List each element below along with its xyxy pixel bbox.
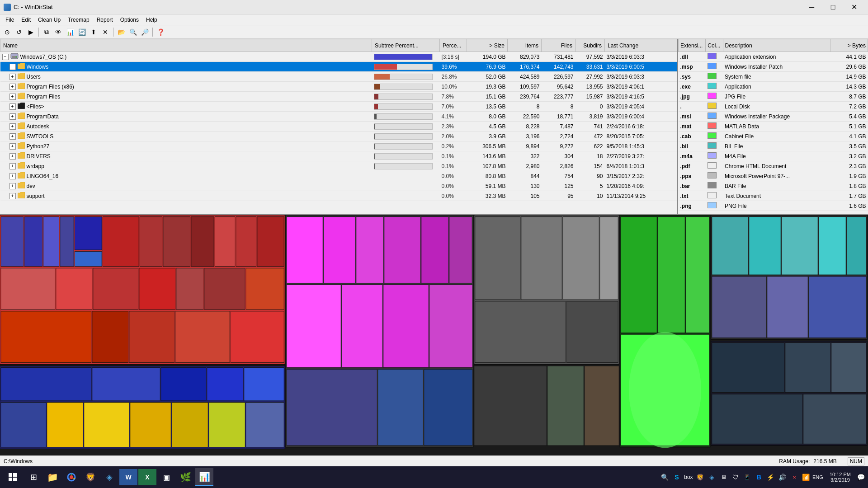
- minimize-button[interactable]: ─: [802, 0, 822, 14]
- ext-table-row[interactable]: .pdfChrome HTML Document2.3 GB: [679, 161, 868, 171]
- file-tree-row[interactable]: +support0.0%32.3 MB105951011/13/2014 9:2…: [0, 191, 677, 201]
- tray-edge2[interactable]: ◈: [707, 472, 717, 483]
- expand-button[interactable]: +: [9, 153, 16, 160]
- expand-button[interactable]: −: [2, 54, 9, 60]
- ext-table-row[interactable]: .bilBIL File3.5 GB: [679, 141, 868, 151]
- maximize-button[interactable]: □: [823, 0, 843, 14]
- expand-button[interactable]: +: [9, 143, 16, 150]
- file-tree-scroll[interactable]: Name Subtree Percent... Perce... > Size …: [0, 39, 677, 214]
- file-tree-row[interactable]: +Autodesk2.3%4.5 GB8,2287,4877412/24/201…: [0, 122, 677, 131]
- ext-table-row[interactable]: .dllApplication extension44.1 GB: [679, 52, 868, 62]
- expand-button[interactable]: +: [9, 84, 16, 90]
- ext-table-row[interactable]: .barBAR File1.8 GB: [679, 181, 868, 191]
- toolbar-select[interactable]: ↺: [14, 27, 24, 38]
- treemap-pane[interactable]: [0, 215, 868, 455]
- taskbar-excel[interactable]: X: [138, 469, 156, 485]
- toolbar-drive[interactable]: ⊙: [2, 27, 13, 38]
- taskbar-clock[interactable]: 10:12 PM 3/2/2019: [826, 472, 854, 483]
- menu-report[interactable]: Report: [93, 14, 117, 25]
- expand-button[interactable]: +: [9, 113, 16, 120]
- toolbar-chart[interactable]: 📊: [65, 27, 75, 38]
- col-lastchange[interactable]: Last Change: [605, 39, 677, 52]
- file-tree-row[interactable]: −Windows39.6%76.9 GB176,374142,74333,631…: [0, 62, 677, 72]
- taskbar-chrome[interactable]: [62, 468, 80, 486]
- ext-table-row[interactable]: .txtText Document1.7 GB: [679, 191, 868, 201]
- tray-wifi[interactable]: 📶: [801, 472, 811, 483]
- toolbar-zoom-out[interactable]: 🔎: [139, 27, 150, 38]
- taskbar-brave[interactable]: 🦁: [81, 468, 99, 486]
- tray-search[interactable]: 🔍: [660, 472, 670, 483]
- taskbar-cmd[interactable]: ▣: [157, 468, 175, 486]
- start-button[interactable]: [2, 466, 24, 488]
- toolbar-help[interactable]: ❓: [155, 27, 166, 38]
- expand-button[interactable]: −: [9, 64, 16, 70]
- toolbar-refresh[interactable]: 🔄: [76, 27, 87, 38]
- notification-button[interactable]: 💬: [855, 472, 866, 483]
- ext-table-row[interactable]: .msiWindows Installer Package5.4 GB: [679, 112, 868, 122]
- col-pct[interactable]: Perce...: [440, 39, 467, 52]
- tray-mobile[interactable]: 📱: [742, 472, 753, 483]
- ext-table-row[interactable]: .Local Disk7.2 GB: [679, 102, 868, 112]
- toolbar-copy[interactable]: ⧉: [41, 27, 52, 38]
- ext-table-row[interactable]: .mspWindows Installer Patch29.6 GB: [679, 62, 868, 72]
- col-subtree[interactable]: Subtree Percent...: [372, 39, 440, 52]
- ext-table-row[interactable]: .ppsMicrosoft PowerPoint 97-...1.9 GB: [679, 171, 868, 181]
- file-tree-row[interactable]: −Windows7_OS (C:)[3:18 s]194.0 GB829,073…: [0, 52, 677, 62]
- file-tree-row[interactable]: +dev0.0%59.1 MB13012551/20/2016 4:09:: [0, 181, 677, 191]
- file-tree-row[interactable]: +<Files>7.0%13.5 GB8803/3/2019 4:05:4: [0, 102, 677, 112]
- col-name[interactable]: Name: [0, 39, 372, 52]
- tray-skype[interactable]: S: [671, 472, 682, 483]
- menu-help[interactable]: Help: [142, 14, 161, 25]
- toolbar-open-folder[interactable]: 📂: [116, 27, 127, 38]
- expand-button[interactable]: +: [9, 183, 16, 189]
- col-size[interactable]: > Size: [467, 39, 508, 52]
- file-tree-row[interactable]: +ProgramData4.1%8.0 GB22,59018,7713,8193…: [0, 112, 677, 122]
- file-tree-row[interactable]: +Program Files7.8%15.1 GB239,764223,7771…: [0, 92, 677, 102]
- expand-button[interactable]: +: [9, 74, 16, 80]
- tray-network-mgr[interactable]: 🖥: [718, 472, 729, 483]
- menu-options[interactable]: Options: [117, 14, 142, 25]
- col-ext[interactable]: Extensi...: [679, 39, 706, 52]
- col-files[interactable]: Files: [542, 39, 576, 52]
- expand-button[interactable]: +: [9, 133, 16, 140]
- tray-shield[interactable]: 🛡: [730, 472, 741, 483]
- ext-table-row[interactable]: .m4aM4A File3.2 GB: [679, 151, 868, 161]
- file-tree-row[interactable]: +SWTOOLS2.0%3.9 GB3,1962,7244728/20/2015…: [0, 131, 677, 141]
- menu-edit[interactable]: Edit: [18, 14, 34, 25]
- ext-table-row[interactable]: .cabCabinet File4.1 GB: [679, 131, 868, 141]
- ext-table-row[interactable]: .jpgJPG File8.7 GB: [679, 92, 868, 102]
- toolbar-play[interactable]: ▶: [25, 27, 36, 38]
- expand-button[interactable]: +: [9, 123, 16, 130]
- col-items[interactable]: Items: [508, 39, 542, 52]
- toolbar-zoom-in[interactable]: 🔍: [127, 27, 138, 38]
- toolbar-up[interactable]: ⬆: [88, 27, 99, 38]
- ext-table-row[interactable]: .matMATLAB Data5.1 GB: [679, 122, 868, 131]
- expand-button[interactable]: +: [9, 94, 16, 100]
- taskbar-windirstat[interactable]: 📊: [195, 468, 213, 486]
- taskbar-app[interactable]: 🌿: [176, 468, 194, 486]
- ext-table-row[interactable]: .sysSystem file14.9 GB: [679, 72, 868, 82]
- ext-table-row[interactable]: .pngPNG File1.6 GB: [679, 201, 868, 211]
- taskbar-word[interactable]: W: [119, 469, 137, 485]
- file-tree-row[interactable]: +Users26.8%52.0 GB424,589226,59727,9923/…: [0, 72, 677, 82]
- expand-button[interactable]: +: [9, 103, 16, 110]
- close-button[interactable]: ✕: [844, 0, 864, 14]
- toolbar-view[interactable]: 👁: [53, 27, 64, 38]
- toolbar-delete[interactable]: ✕: [100, 27, 111, 38]
- task-view-button[interactable]: ⊞: [24, 468, 42, 486]
- tray-box[interactable]: box: [683, 472, 694, 483]
- file-tree-row[interactable]: +Python270.2%306.5 MB9,8949,2726229/5/20…: [0, 141, 677, 151]
- tray-red-x[interactable]: ✕: [789, 472, 800, 483]
- menu-file[interactable]: File: [2, 14, 18, 25]
- col-color[interactable]: Col...: [706, 39, 723, 52]
- col-subdirs[interactable]: Subdirs: [576, 39, 605, 52]
- file-tree-row[interactable]: +Program Files (x86)10.0%19.3 GB109,5979…: [0, 82, 677, 92]
- expand-button[interactable]: +: [9, 163, 16, 169]
- menu-treemap[interactable]: Treemap: [64, 14, 93, 25]
- ext-scroll[interactable]: Extensi... Col... Description > Bytes .d…: [678, 39, 868, 214]
- tray-brave2[interactable]: 🦁: [695, 472, 706, 483]
- tray-lang[interactable]: ENG: [812, 472, 823, 483]
- expand-button[interactable]: +: [9, 193, 16, 199]
- col-description[interactable]: Description: [723, 39, 830, 52]
- file-tree-row[interactable]: +DRIVERS0.1%143.6 MB322304182/27/2019 3:…: [0, 151, 677, 161]
